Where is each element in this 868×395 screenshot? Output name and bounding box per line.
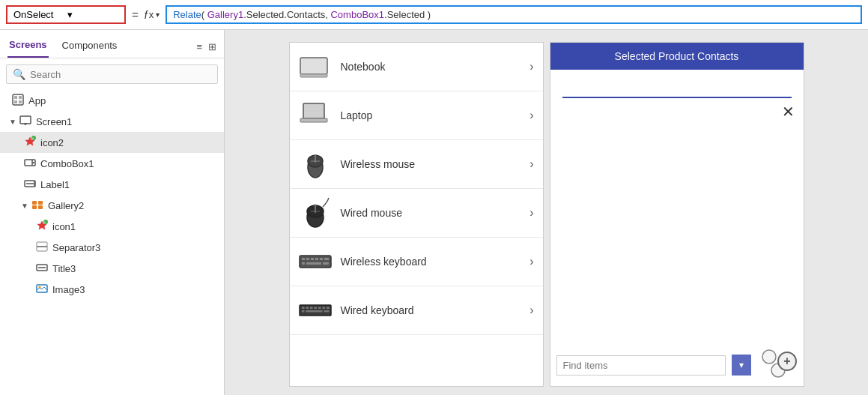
- tree-label-image3: Image3: [52, 284, 218, 295]
- svg-rect-17: [32, 205, 37, 209]
- gallery-label-wkb: Wireless keyboard: [341, 256, 530, 268]
- event-dropdown[interactable]: OnSelect ▾: [6, 5, 126, 24]
- contacts-footer: ▾ +: [550, 344, 804, 386]
- tree-item-image3[interactable]: Image3: [0, 279, 224, 300]
- formula-bar: OnSelect ▾ = fx ▾ Relate( Gallery1.Selec…: [0, 0, 868, 30]
- tree-item-app[interactable]: App: [0, 90, 224, 111]
- svg-rect-57: [302, 310, 305, 313]
- tree-item-icon1[interactable]: + icon1: [0, 216, 224, 237]
- svg-rect-40: [302, 258, 305, 260]
- svg-rect-50: [302, 307, 305, 310]
- svg-rect-44: [320, 258, 323, 260]
- formula-input[interactable]: Relate( Gallery1.Selected.Contacts, Comb…: [166, 5, 862, 24]
- gallery-item-wiredkb[interactable]: Wired keyboard ›: [290, 286, 543, 335]
- title-icon: [36, 262, 48, 276]
- svg-rect-55: [322, 307, 325, 310]
- svg-rect-43: [315, 258, 318, 260]
- gallery2-icon: [31, 199, 43, 213]
- svg-rect-48: [323, 262, 329, 265]
- wiredkb-image: [299, 295, 332, 325]
- tree-item-combobox1[interactable]: ▾ ComboBox1: [0, 153, 224, 174]
- svg-rect-29: [303, 103, 324, 118]
- svg-rect-56: [327, 307, 330, 310]
- tree-label-screen1: Screen1: [36, 116, 218, 127]
- event-dropdown-label: OnSelect: [13, 9, 64, 20]
- tree-item-title3[interactable]: Title3: [0, 258, 224, 279]
- gallery-item-notebook[interactable]: Notebook ›: [290, 43, 543, 91]
- tree-label-icon1: icon1: [52, 221, 218, 232]
- svg-rect-53: [314, 307, 317, 310]
- relate-add-button[interactable]: +: [757, 350, 798, 380]
- tree-item-screen1[interactable]: ▼ Screen1: [0, 111, 224, 132]
- gallery-label-notebook: Notebook: [341, 61, 530, 73]
- icon2-icon: +: [24, 136, 36, 150]
- gallery-item-wmouse[interactable]: Wireless mouse ›: [290, 140, 543, 189]
- gallery-panel: Notebook › Laptop ›: [289, 42, 544, 387]
- dropdown-arrow-icon: ▾: [739, 360, 744, 370]
- svg-rect-58: [306, 310, 322, 313]
- gallery-item-wiredmouse[interactable]: Wired mouse ›: [290, 189, 543, 238]
- combobox-icon: ▾: [24, 157, 36, 171]
- tree-label-label1: Label1: [40, 179, 218, 190]
- screen-icon: [19, 115, 31, 129]
- tree-item-label1[interactable]: Label1: [0, 174, 224, 195]
- wmouse-image: [299, 149, 332, 179]
- close-button[interactable]: ✕: [782, 103, 795, 121]
- svg-rect-59: [324, 310, 329, 313]
- svg-rect-42: [311, 258, 314, 260]
- tree-arrow-screen1: ▼: [9, 118, 16, 126]
- svg-text:+: +: [783, 355, 790, 367]
- app-icon: [12, 94, 24, 108]
- svg-rect-16: [38, 201, 43, 205]
- separator-icon: [36, 241, 48, 255]
- fx-icon: f: [145, 9, 148, 21]
- svg-rect-30: [300, 118, 327, 122]
- tree-label-separator3: Separator3: [52, 242, 218, 253]
- label-icon: [24, 178, 36, 192]
- svg-rect-1: [14, 96, 17, 99]
- svg-rect-47: [306, 262, 321, 265]
- image-icon: [36, 283, 48, 297]
- equals-sign: =: [132, 8, 139, 21]
- svg-rect-15: [32, 201, 37, 205]
- chevron-wiredkb: ›: [529, 304, 533, 317]
- tab-components[interactable]: Components: [61, 37, 119, 57]
- find-items-input[interactable]: [556, 355, 726, 376]
- gallery-item-wkb[interactable]: Wireless keyboard ›: [290, 238, 543, 286]
- search-icon: 🔍: [13, 68, 25, 80]
- svg-text:▾: ▾: [32, 160, 34, 165]
- tree-item-icon2[interactable]: + icon2: [0, 132, 224, 153]
- tree-label-combobox1: ComboBox1: [40, 158, 218, 169]
- fx-chevron: ▾: [156, 10, 160, 19]
- formula-content: Relate( Gallery1.Selected.Contacts, Comb…: [173, 9, 431, 20]
- list-view-icon[interactable]: ≡: [196, 41, 202, 52]
- svg-rect-27: [300, 58, 327, 74]
- contacts-divider: [562, 97, 792, 98]
- svg-rect-52: [310, 307, 313, 310]
- grid-view-icon[interactable]: ⊞: [208, 41, 216, 52]
- tree-item-gallery2[interactable]: ▼ Gallery2: [0, 195, 224, 216]
- search-input[interactable]: [30, 69, 211, 80]
- laptop-image: [299, 100, 332, 130]
- tree-area: App ▼ Screen1 +: [0, 90, 224, 395]
- icon1-icon: +: [36, 220, 48, 234]
- chevron-down-icon: ▾: [67, 9, 118, 20]
- contacts-panel: Selected Product Contacts ✕ ▾: [550, 42, 804, 387]
- svg-rect-28: [300, 74, 327, 77]
- svg-rect-51: [306, 307, 309, 310]
- tree-label-title3: Title3: [52, 263, 218, 274]
- svg-rect-39: [300, 256, 331, 268]
- notebook-image: [299, 52, 332, 82]
- svg-rect-3: [14, 100, 17, 103]
- tree-item-separator3[interactable]: Separator3: [0, 237, 224, 258]
- contacts-header: Selected Product Contacts: [550, 43, 804, 70]
- svg-text:+: +: [32, 136, 34, 140]
- tab-screens[interactable]: Screens: [7, 36, 49, 58]
- sidebar-tab-icons: ≡ ⊞: [196, 41, 216, 52]
- fx-button[interactable]: fx ▾: [145, 9, 160, 21]
- find-dropdown-button[interactable]: ▾: [732, 355, 751, 376]
- gallery-item-laptop[interactable]: Laptop ›: [290, 91, 543, 140]
- canvas-area: Notebook › Laptop ›: [225, 30, 868, 395]
- chevron-wiredmouse: ›: [529, 206, 533, 220]
- svg-rect-54: [318, 307, 321, 310]
